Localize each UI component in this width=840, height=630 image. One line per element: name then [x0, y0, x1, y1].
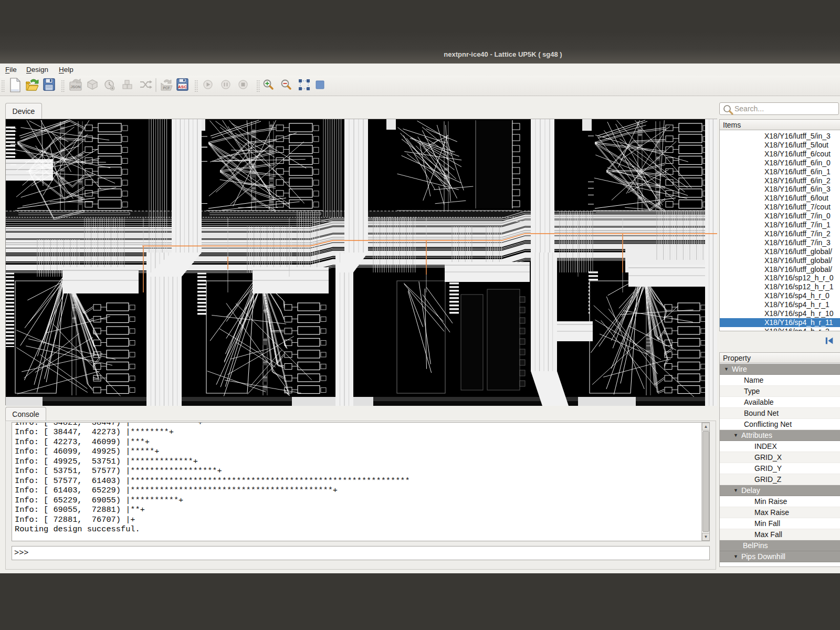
svg-text:JSON: JSON: [70, 85, 80, 89]
svg-text:ASC: ASC: [178, 85, 187, 89]
svg-text:PCF: PCF: [163, 86, 170, 90]
